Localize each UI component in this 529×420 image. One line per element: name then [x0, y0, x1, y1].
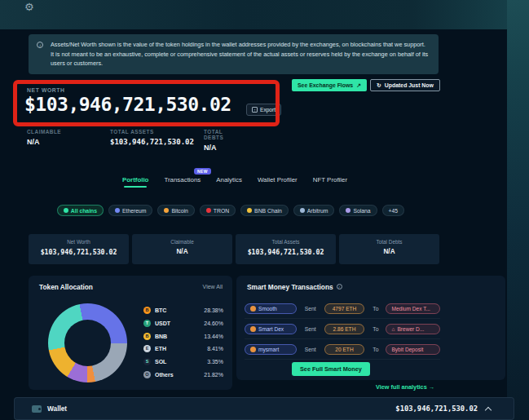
- view-all-link[interactable]: View All: [203, 284, 223, 290]
- smart-money-rows: Smooth Sent 4797 ETH To ⌂ Medium Dex T..…: [245, 298, 440, 360]
- recipient-name: Medium Dex T...: [391, 306, 430, 312]
- sender-name: Smart Dex: [258, 326, 284, 332]
- sender-tag[interactable]: Smooth: [245, 303, 297, 314]
- chain-filter-pill[interactable]: All chains: [57, 205, 104, 216]
- sender-name: mysmart: [258, 347, 279, 352]
- coin-percent: 13.44%: [204, 334, 223, 339]
- action-text: Sent: [305, 347, 316, 352]
- summary-card[interactable]: Total Assets $103,946,721,530.02: [236, 234, 336, 264]
- external-link-icon: ↗: [356, 82, 361, 89]
- summary-cards: Net Worth $103,946,721,530.02 Claimable …: [29, 234, 439, 264]
- summary-card-value: $103,946,721,530.02: [236, 248, 336, 256]
- summary-card[interactable]: Net Worth $103,946,721,530.02: [29, 234, 129, 264]
- chain-label: TRON: [214, 208, 229, 214]
- coin-symbol: SOL: [155, 359, 207, 365]
- summary-card-label: Claimable: [132, 239, 232, 245]
- legend-row[interactable]: B BTC 28.38%: [143, 304, 223, 317]
- recipient-tag[interactable]: ⌂ Brewer D...: [386, 324, 440, 334]
- chain-label: Ethereum: [122, 208, 146, 214]
- export-label: Export: [260, 107, 276, 113]
- chain-filter-pill[interactable]: Solana: [339, 205, 377, 216]
- chain-icon: [346, 208, 350, 213]
- chain-filter-pill[interactable]: Ethereum: [108, 205, 152, 216]
- stat-label: TOTAL DEBTS: [204, 129, 223, 140]
- smart-money-row: mysmart Sent 20 ETH To ⌂ Bybit Deposit: [245, 339, 440, 360]
- chain-label: +45: [389, 208, 399, 214]
- chain-filter-pill[interactable]: BNB Chain: [240, 205, 289, 216]
- summary-card-value: $103,946,721,530.02: [29, 248, 129, 256]
- summary-card[interactable]: Total Debts N/A: [339, 234, 439, 264]
- see-exchange-flows-label: See Exchange Flows: [298, 82, 353, 88]
- to-text: To: [373, 326, 378, 332]
- coin-icon: S: [143, 358, 151, 365]
- legend-row[interactable]: E ETH 8.41%: [143, 343, 223, 356]
- legend-row[interactable]: S SOL 3.35%: [143, 356, 223, 369]
- coin-symbol: BTC: [155, 307, 204, 313]
- coin-symbol: Others: [155, 372, 204, 378]
- chain-icon: [64, 208, 68, 213]
- coin-icon: E: [143, 345, 151, 352]
- amount-tag[interactable]: 2.86 ETH: [324, 324, 365, 334]
- amount-tag[interactable]: 4797 ETH: [324, 303, 365, 314]
- token-allocation-donut-chart: [48, 303, 127, 382]
- coin-symbol: USDT: [155, 321, 204, 326]
- tab[interactable]: Wallet Profiler: [258, 176, 298, 188]
- wallet-label: Wallet: [47, 405, 67, 413]
- chain-label: Solana: [353, 208, 370, 214]
- amount-tag[interactable]: 20 ETH: [324, 344, 365, 355]
- legend-row[interactable]: O Others 21.82%: [143, 368, 223, 381]
- token-allocation-legend: B BTC 28.38% T USDT 24.60% B BNB 13.44% …: [143, 304, 223, 381]
- chain-filter-pill[interactable]: Arbitrum: [293, 205, 335, 216]
- legend-row[interactable]: T USDT 24.60%: [143, 317, 223, 330]
- stat-label: TOTAL ASSETS: [110, 129, 194, 135]
- net-worth-label: NET WORTH: [27, 87, 65, 93]
- export-button[interactable]: ↑ Export: [246, 104, 281, 116]
- see-exchange-flows-button[interactable]: See Exchange Flows ↗: [292, 79, 367, 91]
- tab[interactable]: Portfolio: [122, 176, 148, 188]
- stat-label: CLAIMABLE: [27, 129, 61, 135]
- view-full-analytics-link[interactable]: View full analytics →: [376, 383, 434, 391]
- disclaimer-text: Assets/Net Worth shown is the value of t…: [51, 41, 428, 67]
- see-full-smart-money-button[interactable]: See Full Smart Money: [292, 362, 370, 376]
- top-background-gradient: [0, 0, 529, 29]
- coin-percent: 28.38%: [204, 307, 223, 313]
- smart-money-title-text: Smart Money Transactions: [247, 283, 333, 291]
- wallet-total-value: $103,946,721,530.02: [395, 405, 478, 413]
- tab[interactable]: Transactions: [164, 176, 201, 188]
- legend-row[interactable]: B BNB 13.44%: [143, 329, 223, 343]
- token-allocation-title: Token Allocation: [39, 283, 93, 291]
- coin-icon: O: [143, 371, 151, 378]
- recipient-name: Brewer D...: [397, 326, 424, 332]
- sender-tag[interactable]: mysmart: [245, 344, 297, 355]
- coin-percent: 3.35%: [207, 359, 223, 365]
- chevron-up-icon[interactable]: [485, 406, 492, 413]
- tab[interactable]: NFT Profiler: [313, 176, 347, 188]
- sender-avatar: [250, 347, 256, 352]
- chain-filter-pill[interactable]: Bitcoin: [157, 205, 194, 216]
- disclaimer-banner: i Assets/Net Worth shown is the value of…: [29, 34, 439, 74]
- chain-filter-pill[interactable]: +45: [382, 205, 405, 216]
- chain-icon: [300, 208, 305, 213]
- tab-bar: PortfolioTransactionsAnalyticsWallet Pro…: [122, 176, 347, 188]
- coin-icon: T: [143, 320, 151, 327]
- action-text: Sent: [305, 326, 316, 332]
- chain-icon: [247, 208, 252, 213]
- wallet-icon: [32, 405, 42, 413]
- smart-money-title: Smart Money Transactionsi: [247, 283, 342, 291]
- tab[interactable]: Analytics: [216, 176, 242, 188]
- net-worth-value: $103,946,721,530.02: [24, 94, 231, 115]
- recipient-tag[interactable]: ⌂ Medium Dex T...: [386, 303, 440, 314]
- refresh-button[interactable]: ↻ Updated Just Now: [370, 79, 440, 91]
- wallet-section-bar[interactable]: Wallet $103,946,721,530.02: [14, 397, 514, 420]
- smart-money-row: Smooth Sent 4797 ETH To ⌂ Medium Dex T..…: [245, 298, 440, 319]
- coin-symbol: ETH: [155, 346, 207, 351]
- recipient-tag[interactable]: ⌂ Bybit Deposit: [386, 344, 440, 355]
- summary-card[interactable]: Claimable N/A: [132, 234, 232, 264]
- chain-filter-pill[interactable]: TRON: [200, 205, 236, 216]
- house-icon: ⌂: [391, 326, 395, 332]
- gear-icon[interactable]: ⚙: [24, 1, 34, 13]
- export-icon: ↑: [252, 107, 258, 113]
- chain-label: All chains: [71, 208, 97, 214]
- sender-tag[interactable]: Smart Dex: [245, 324, 297, 334]
- chain-label: Bitcoin: [171, 208, 187, 214]
